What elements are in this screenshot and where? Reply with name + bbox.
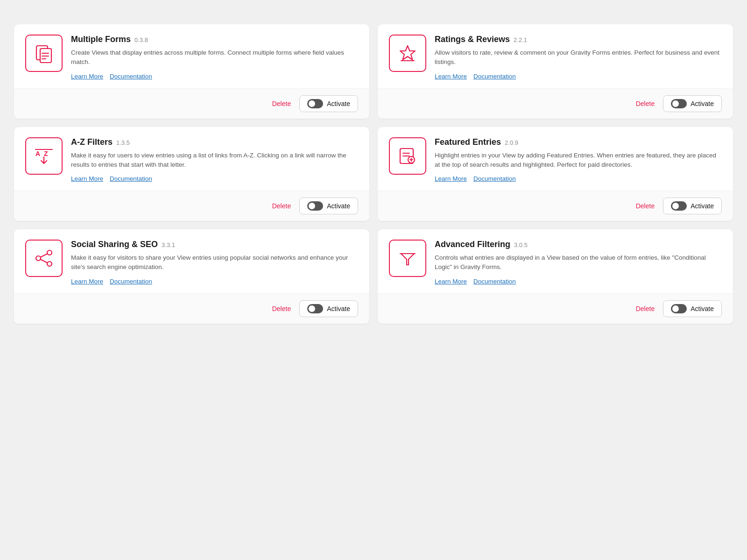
extension-description: Create Views that display entries across…: [71, 48, 358, 67]
extension-description: Make it easy for visitors to share your …: [71, 253, 358, 272]
documentation-link[interactable]: Documentation: [473, 73, 516, 80]
activate-label: Activate: [327, 202, 350, 210]
extension-version: 3.3.1: [162, 241, 175, 248]
extension-name: Advanced Filtering: [435, 240, 510, 249]
card-info-advanced-filtering: Advanced Filtering 3.0.5 Controls what e…: [435, 240, 722, 285]
learn-more-link[interactable]: Learn More: [435, 73, 467, 80]
learn-more-link[interactable]: Learn More: [71, 73, 103, 80]
card-links: Learn More Documentation: [71, 278, 358, 285]
toggle-switch: [671, 304, 687, 313]
card-bottom-social-sharing-seo: Delete Activate: [14, 293, 369, 324]
svg-point-19: [47, 262, 52, 266]
card-bottom-advanced-filtering: Delete Activate: [378, 293, 733, 324]
extension-description: Highlight entries in your View by adding…: [435, 151, 722, 170]
delete-button[interactable]: Delete: [636, 100, 655, 107]
learn-more-link[interactable]: Learn More: [435, 175, 467, 182]
extension-card-multiple-forms: Multiple Forms 0.3.8 Create Views that d…: [14, 24, 369, 119]
card-links: Learn More Documentation: [435, 73, 722, 80]
toggle-switch: [671, 201, 687, 211]
svg-line-20: [41, 254, 47, 257]
toggle-switch: [307, 201, 323, 211]
extension-name: A-Z Filters: [71, 137, 113, 147]
card-bottom-multiple-forms: Delete Activate: [14, 88, 369, 119]
extension-card-featured-entries: Featured Entries 2.0.9 Highlight entries…: [378, 127, 733, 221]
activate-label: Activate: [327, 305, 350, 312]
delete-button[interactable]: Delete: [272, 305, 291, 312]
delete-button[interactable]: Delete: [272, 100, 291, 107]
card-top-featured-entries: Featured Entries 2.0.9 Highlight entries…: [378, 127, 733, 191]
card-top-ratings-reviews: Ratings & Reviews 2.2.1 Allow visitors t…: [378, 24, 733, 88]
extension-name: Multiple Forms: [71, 35, 131, 44]
extension-card-ratings-reviews: Ratings & Reviews 2.2.1 Allow visitors t…: [378, 24, 733, 119]
toggle-switch: [307, 304, 323, 313]
card-title-row: Ratings & Reviews 2.2.1: [435, 35, 722, 44]
card-title-row: A-Z Filters 1.3.5: [71, 137, 358, 147]
advanced-filtering-icon: [389, 240, 426, 277]
extension-card-social-sharing-seo: Social Sharing & SEO 3.3.1 Make it easy …: [14, 229, 369, 324]
card-info-social-sharing-seo: Social Sharing & SEO 3.3.1 Make it easy …: [71, 240, 358, 285]
documentation-link[interactable]: Documentation: [110, 278, 152, 285]
delete-button[interactable]: Delete: [636, 305, 655, 312]
learn-more-link[interactable]: Learn More: [435, 278, 467, 285]
card-bottom-az-filters: Delete Activate: [14, 191, 369, 221]
documentation-link[interactable]: Documentation: [473, 278, 516, 285]
svg-marker-5: [400, 46, 415, 60]
ratings-reviews-icon: [389, 35, 426, 72]
activate-button[interactable]: Activate: [299, 95, 358, 112]
svg-text:A: A: [35, 150, 40, 157]
activate-button[interactable]: Activate: [663, 95, 722, 112]
extension-description: Make it easy for users to view entries u…: [71, 151, 358, 170]
learn-more-link[interactable]: Learn More: [71, 278, 103, 285]
activate-button[interactable]: Activate: [663, 198, 722, 214]
card-links: Learn More Documentation: [435, 175, 722, 182]
extension-name: Ratings & Reviews: [435, 35, 510, 44]
toggle-switch: [671, 99, 687, 108]
card-info-ratings-reviews: Ratings & Reviews 2.2.1 Allow visitors t…: [435, 35, 722, 80]
extension-name: Social Sharing & SEO: [71, 240, 158, 249]
card-bottom-ratings-reviews: Delete Activate: [378, 88, 733, 119]
activate-button[interactable]: Activate: [299, 300, 358, 317]
documentation-link[interactable]: Documentation: [473, 175, 516, 182]
svg-point-18: [36, 256, 41, 261]
activate-label: Activate: [691, 202, 714, 210]
activate-label: Activate: [691, 100, 714, 107]
extension-name: Featured Entries: [435, 137, 501, 147]
card-top-multiple-forms: Multiple Forms 0.3.8 Create Views that d…: [14, 24, 369, 88]
card-links: Learn More Documentation: [71, 175, 358, 182]
card-title-row: Featured Entries 2.0.9: [435, 137, 722, 147]
extension-version: 2.0.9: [505, 139, 518, 146]
extension-version: 0.3.8: [134, 36, 148, 43]
card-links: Learn More Documentation: [71, 73, 358, 80]
extensions-grid: Multiple Forms 0.3.8 Create Views that d…: [14, 24, 733, 324]
extension-card-az-filters: A Z A-Z Filters 1.3.5 Make it easy for u…: [14, 127, 369, 221]
multiple-forms-icon: [25, 35, 63, 72]
card-top-az-filters: A Z A-Z Filters 1.3.5 Make it easy for u…: [14, 127, 369, 191]
card-top-social-sharing-seo: Social Sharing & SEO 3.3.1 Make it easy …: [14, 229, 369, 293]
featured-entries-icon: [389, 137, 426, 175]
documentation-link[interactable]: Documentation: [110, 175, 152, 182]
card-bottom-featured-entries: Delete Activate: [378, 191, 733, 221]
activate-button[interactable]: Activate: [299, 198, 358, 214]
learn-more-link[interactable]: Learn More: [71, 175, 103, 182]
card-info-multiple-forms: Multiple Forms 0.3.8 Create Views that d…: [71, 35, 358, 80]
card-top-advanced-filtering: Advanced Filtering 3.0.5 Controls what e…: [378, 229, 733, 293]
card-title-row: Advanced Filtering 3.0.5: [435, 240, 722, 249]
extension-card-advanced-filtering: Advanced Filtering 3.0.5 Controls what e…: [378, 229, 733, 324]
svg-point-17: [47, 250, 52, 255]
social-sharing-icon: [25, 240, 63, 277]
card-title-row: Social Sharing & SEO 3.3.1: [71, 240, 358, 249]
card-info-az-filters: A-Z Filters 1.3.5 Make it easy for users…: [71, 137, 358, 183]
activate-button[interactable]: Activate: [663, 300, 722, 317]
card-links: Learn More Documentation: [435, 278, 722, 285]
svg-text:Z: Z: [44, 150, 48, 157]
card-info-featured-entries: Featured Entries 2.0.9 Highlight entries…: [435, 137, 722, 183]
toggle-switch: [307, 99, 323, 108]
extension-description: Controls what entries are displayed in a…: [435, 253, 722, 272]
az-filters-icon: A Z: [25, 137, 63, 175]
extension-version: 3.0.5: [514, 241, 528, 248]
svg-line-21: [41, 260, 47, 263]
documentation-link[interactable]: Documentation: [110, 73, 152, 80]
delete-button[interactable]: Delete: [636, 202, 655, 210]
extension-version: 1.3.5: [116, 139, 130, 146]
delete-button[interactable]: Delete: [272, 202, 291, 210]
